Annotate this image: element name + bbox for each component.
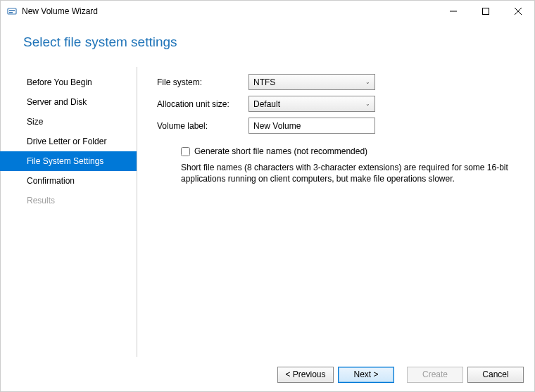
short-file-names-label[interactable]: Generate short file names (not recommend… xyxy=(194,146,367,156)
volume-label-input[interactable] xyxy=(248,118,375,134)
nav-item-before-you-begin[interactable]: Before You Begin xyxy=(0,72,137,92)
cancel-button[interactable]: Cancel xyxy=(467,367,524,383)
short-file-names-description: Short file names (8 characters with 3-ch… xyxy=(181,162,515,184)
wizard-sidebar: Before You BeginServer and DiskSizeDrive… xyxy=(0,67,137,357)
svg-rect-0 xyxy=(8,8,16,14)
svg-rect-2 xyxy=(9,12,13,13)
volume-label-label: Volume label: xyxy=(157,121,248,131)
file-system-value: NTFS xyxy=(253,77,275,87)
nav-item-confirmation[interactable]: Confirmation xyxy=(0,171,137,191)
create-button[interactable]: Create xyxy=(407,367,463,383)
page-header: Select file system settings xyxy=(1,22,534,58)
close-button[interactable] xyxy=(502,1,534,22)
nav-item-server-and-disk[interactable]: Server and Disk xyxy=(0,92,137,112)
file-system-label: File system: xyxy=(157,77,248,87)
maximize-button[interactable] xyxy=(470,1,502,22)
short-file-names-checkbox[interactable] xyxy=(181,147,190,156)
page-title: Select file system settings xyxy=(23,34,534,50)
allocation-unit-dropdown[interactable]: Default ⌄ xyxy=(248,96,375,112)
svg-rect-1 xyxy=(9,10,15,11)
wizard-footer: < Previous Next > Create Cancel xyxy=(0,357,535,392)
nav-item-file-system-settings[interactable]: File System Settings xyxy=(0,151,137,171)
chevron-down-icon: ⌄ xyxy=(365,101,370,107)
chevron-down-icon: ⌄ xyxy=(365,79,370,85)
minimize-button[interactable] xyxy=(437,1,470,22)
nav-item-drive-letter-or-folder[interactable]: Drive Letter or Folder xyxy=(0,132,137,151)
next-button[interactable]: Next > xyxy=(338,367,394,383)
nav-item-size[interactable]: Size xyxy=(0,112,137,132)
window-title: New Volume Wizard xyxy=(22,6,98,16)
app-icon xyxy=(6,6,18,17)
previous-button[interactable]: < Previous xyxy=(277,367,334,383)
svg-rect-4 xyxy=(483,8,489,15)
nav-item-results: Results xyxy=(0,191,137,210)
wizard-main: File system: NTFS ⌄ Allocation unit size… xyxy=(137,67,535,357)
allocation-unit-value: Default xyxy=(253,99,280,109)
allocation-unit-label: Allocation unit size: xyxy=(157,99,248,109)
file-system-dropdown[interactable]: NTFS ⌄ xyxy=(248,74,375,90)
titlebar: New Volume Wizard xyxy=(1,1,534,22)
